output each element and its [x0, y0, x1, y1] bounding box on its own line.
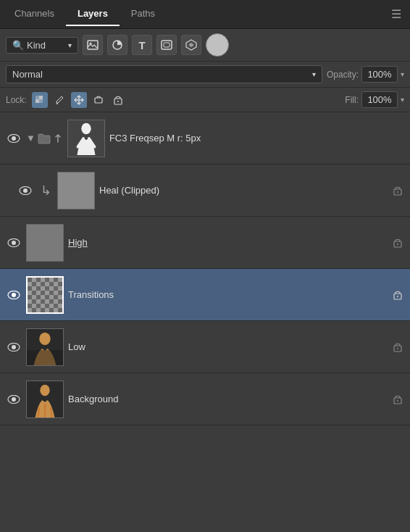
filter-shape-icon[interactable] — [156, 35, 177, 55]
photoshop-layers-panel: Channels Layers Paths ☰ 🔍 Kind ▾ — [0, 0, 410, 532]
blend-mode-arrow: ▾ — [312, 70, 316, 78]
svg-rect-5 — [35, 96, 39, 99]
filter-text-icon[interactable]: T — [132, 35, 152, 55]
kind-label: Kind — [27, 40, 46, 51]
layer-item-background[interactable]: Background — [0, 373, 410, 425]
tab-paths[interactable]: Paths — [120, 2, 167, 26]
tab-layers[interactable]: Layers — [66, 2, 120, 26]
layer-item-high[interactable]: High — [0, 217, 410, 269]
layer-thumb-transitions — [26, 276, 64, 314]
svg-point-39 — [12, 397, 16, 402]
visibility-toggle-heal[interactable] — [17, 183, 33, 199]
layer-item-group[interactable]: ▼ FC3 Fr — [0, 112, 410, 165]
svg-point-37 — [397, 348, 398, 349]
svg-point-32 — [12, 345, 16, 349]
svg-point-23 — [12, 241, 16, 245]
lock-move-icon[interactable] — [71, 92, 87, 108]
group-arrow-icon[interactable]: ▼ — [26, 133, 35, 144]
kind-filter-select[interactable]: 🔍 Kind ▾ — [6, 37, 78, 54]
svg-rect-4 — [164, 43, 170, 47]
svg-rect-19 — [58, 173, 94, 209]
layer-item-heal[interactable]: ↳ Heal (Clipped) — [0, 165, 410, 217]
visibility-toggle-background[interactable] — [6, 391, 22, 407]
lock-all-icon[interactable] — [110, 92, 126, 108]
filter-smart-icon[interactable] — [181, 35, 201, 55]
heal-lock-icon — [391, 184, 404, 197]
high-layer-name: High — [68, 237, 387, 248]
panel-menu-icon[interactable]: ☰ — [385, 4, 407, 24]
high-lock-icon — [391, 236, 404, 249]
svg-point-43 — [397, 400, 398, 402]
search-icon: 🔍 — [12, 40, 24, 51]
svg-rect-24 — [27, 225, 63, 261]
opacity-value[interactable]: 100% — [361, 66, 398, 83]
background-layer-info: Background — [68, 394, 387, 404]
tab-channels[interactable]: Channels — [3, 2, 66, 26]
layer-thumb-high — [26, 224, 64, 262]
layer-item-low[interactable]: Low — [0, 321, 410, 373]
svg-rect-6 — [39, 99, 43, 103]
svg-rect-35 — [27, 349, 63, 365]
svg-point-41 — [40, 384, 49, 395]
transitions-lock-icon — [391, 288, 404, 302]
visibility-toggle-transitions[interactable] — [6, 287, 22, 303]
lock-label: Lock: — [6, 95, 27, 105]
svg-point-34 — [39, 332, 50, 344]
high-layer-info: High — [68, 237, 387, 248]
layer-thumb-group — [67, 120, 105, 157]
svg-point-16 — [81, 122, 91, 133]
svg-point-9 — [57, 103, 58, 104]
filter-adjustment-icon[interactable] — [107, 35, 127, 55]
folder-icon — [37, 132, 51, 145]
layer-thumb-low — [26, 328, 64, 366]
fill-value[interactable]: 100% — [361, 91, 398, 108]
fill-control: Fill: 100% ▾ — [345, 91, 404, 108]
filter-color-icon[interactable] — [206, 33, 229, 57]
layers-list: ▼ FC3 Fr — [0, 112, 410, 532]
link-icon — [53, 132, 63, 145]
layer-thumb-heal — [57, 172, 95, 209]
visibility-toggle-group[interactable] — [6, 130, 22, 146]
blend-opacity-row: Normal ▾ Opacity: 100% ▾ — [0, 62, 410, 88]
lock-image-icon[interactable] — [51, 92, 67, 108]
kind-arrow: ▾ — [68, 41, 72, 49]
svg-point-26 — [397, 244, 398, 245]
opacity-control: Opacity: 100% ▾ — [327, 66, 404, 83]
group-layer-name: FC3 Freqsep M r: 5px — [109, 133, 404, 144]
text-icon-label: T — [138, 39, 145, 51]
svg-point-21 — [397, 191, 398, 193]
transitions-layer-name: Transitions — [68, 289, 387, 300]
low-lock-icon — [391, 341, 404, 354]
heal-layer-info: Heal (Clipped) — [99, 185, 387, 196]
opacity-arrow[interactable]: ▾ — [401, 70, 404, 78]
svg-point-12 — [117, 101, 119, 102]
lock-transparent-icon[interactable] — [32, 92, 48, 108]
group-layer-info: FC3 Freqsep M r: 5px — [109, 133, 404, 144]
svg-point-18 — [23, 188, 28, 193]
transitions-layer-info: Transitions — [68, 289, 387, 300]
clip-indicator: ↳ — [41, 183, 51, 199]
svg-point-28 — [12, 293, 16, 297]
svg-rect-0 — [88, 41, 98, 49]
background-lock-icon — [391, 393, 404, 406]
tab-bar: Channels Layers Paths ☰ — [0, 0, 410, 29]
visibility-toggle-high[interactable] — [6, 235, 22, 251]
layer-item-transitions[interactable]: Transitions — [0, 269, 410, 321]
fill-arrow[interactable]: ▾ — [401, 96, 404, 104]
svg-point-14 — [12, 136, 16, 141]
low-layer-info: Low — [68, 341, 387, 352]
filter-row: 🔍 Kind ▾ T — [0, 29, 410, 62]
svg-rect-8 — [39, 96, 43, 99]
layer-thumb-background — [26, 381, 64, 418]
filter-image-icon[interactable] — [83, 35, 103, 55]
lock-artboard-icon[interactable] — [91, 92, 106, 108]
blend-mode-label: Normal — [12, 69, 43, 80]
svg-rect-3 — [162, 41, 172, 49]
blend-mode-select[interactable]: Normal ▾ — [6, 65, 322, 83]
fill-label: Fill: — [345, 95, 359, 105]
opacity-label: Opacity: — [327, 70, 359, 80]
svg-point-30 — [397, 296, 398, 297]
heal-layer-name: Heal (Clipped) — [99, 185, 387, 196]
visibility-toggle-low[interactable] — [6, 339, 22, 355]
background-layer-name: Background — [68, 394, 387, 404]
